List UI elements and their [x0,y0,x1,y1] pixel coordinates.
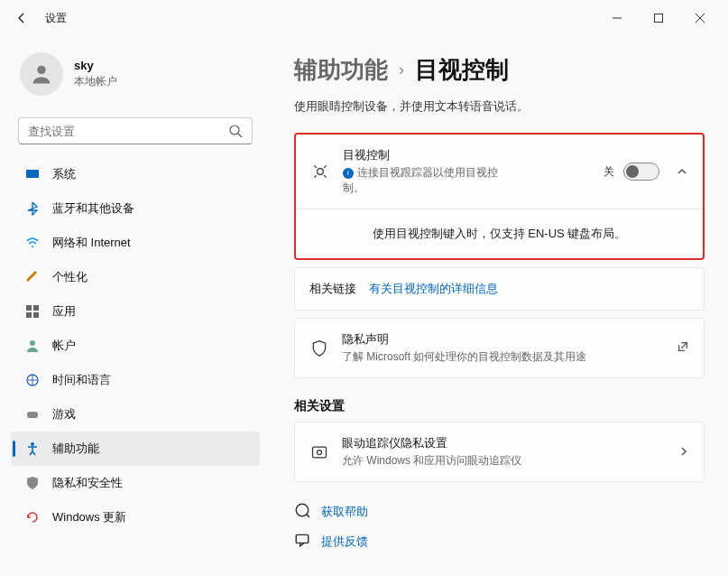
give-feedback-link[interactable]: 提供反馈 [294,532,705,551]
svg-point-9 [30,340,35,346]
feedback-icon [294,532,310,551]
gaming-icon [25,407,40,422]
search-input[interactable] [28,125,228,138]
eye-control-setting-row[interactable]: 目视控制 i连接目视跟踪器以使用目视控制。 关 [296,135,703,209]
shield-outline-icon [309,339,329,358]
page-description: 使用眼睛控制设备，并使用文本转语音说话。 [294,98,705,115]
nav-item-accounts[interactable]: 帐户 [11,329,260,363]
nav-item-network[interactable]: 网络和 Internet [11,226,260,260]
profile[interactable]: sky 本地帐户 [11,45,260,110]
eye-tracker-privacy-card[interactable]: 眼动追踪仪隐私设置 允许 Windows 和应用访问眼动追踪仪 [294,422,705,482]
globe-icon [25,373,40,387]
nav-label: 个性化 [52,269,88,285]
info-icon: i [343,168,354,179]
bluetooth-icon [25,201,40,216]
highlighted-region: 目视控制 i连接目视跟踪器以使用目视控制。 关 使用目视控制键入时，仅 [294,133,705,260]
breadcrumb-parent[interactable]: 辅助功能 [294,54,388,86]
nav-item-bluetooth[interactable]: 蓝牙和其他设备 [11,191,260,226]
eye-tracker-icon [309,442,329,462]
eye-control-title: 目视控制 [343,147,591,163]
chevron-right-icon: › [399,60,404,79]
svg-rect-0 [655,14,663,23]
close-button[interactable] [679,4,721,33]
eye-control-toggle[interactable] [623,163,659,181]
nav-label: 网络和 Internet [52,235,131,251]
nav-item-privacy[interactable]: 隐私和安全性 [11,466,260,500]
shield-icon [25,476,40,490]
svg-rect-17 [296,534,309,543]
chevron-up-icon [677,166,687,177]
minimize-icon [612,13,622,23]
related-links-label: 相关链接 [309,281,356,297]
nav-item-accessibility[interactable]: 辅助功能 [11,432,260,466]
brush-icon [25,270,40,284]
svg-point-15 [318,450,322,454]
user-account-type: 本地帐户 [74,74,117,89]
page-title: 目视控制 [415,54,509,86]
svg-rect-8 [33,312,39,318]
related-links-row: 相关链接 有关目视控制的详细信息 [294,267,705,311]
maximize-icon [653,13,664,23]
svg-rect-3 [26,170,39,178]
open-external-icon [677,340,689,357]
wifi-icon [25,236,40,250]
search-box[interactable] [18,117,253,144]
maximize-button[interactable] [638,4,679,33]
nav-item-windows-update[interactable]: Windows 更新 [11,500,260,534]
chevron-right-icon [678,444,689,460]
nav-label: 系统 [52,166,76,182]
svg-rect-7 [26,312,32,318]
avatar [20,52,63,96]
nav-list: 系统 蓝牙和其他设备 网络和 Internet 个性化 应用 帐户 [11,157,260,534]
svg-rect-5 [26,305,32,311]
svg-rect-6 [33,305,39,311]
svg-point-12 [31,442,34,446]
help-icon [294,502,310,521]
expand-button[interactable] [676,165,688,178]
nav-label: 时间和语言 [52,372,111,388]
nav-label: 帐户 [52,338,76,354]
related-settings-heading: 相关设置 [294,398,705,414]
get-help-link[interactable]: 获取帮助 [294,502,705,521]
search-icon [228,124,243,138]
svg-rect-11 [27,412,38,418]
content-area: 辅助功能 › 目视控制 使用眼睛控制设备，并使用文本转语音说话。 目视控制 i连… [271,36,728,576]
privacy-title: 隐私声明 [342,331,664,348]
nav-label: 隐私和安全性 [52,475,123,491]
minimize-button[interactable] [596,4,638,33]
person-icon [29,61,54,87]
apps-icon [25,304,40,319]
nav-item-apps[interactable]: 应用 [11,294,260,329]
svg-rect-14 [313,447,327,458]
eye-tracker-subtitle: 允许 Windows 和应用访问眼动追踪仪 [342,453,666,469]
privacy-statement-card[interactable]: 隐私声明 了解 Microsoft 如何处理你的目视控制数据及其用途 [294,318,705,378]
window-title: 设置 [45,11,67,26]
account-icon [25,339,40,353]
update-icon [25,510,40,525]
back-button[interactable] [7,4,36,33]
nav-label: 应用 [52,303,76,320]
system-icon [25,167,40,181]
nav-item-system[interactable]: 系统 [11,157,260,191]
nav-item-personalization[interactable]: 个性化 [11,260,260,294]
nav-item-gaming[interactable]: 游戏 [11,397,260,432]
keyboard-layout-note: 使用目视控制键入时，仅支持 EN-US 键盘布局。 [296,209,703,258]
arrow-left-icon [14,11,29,25]
close-icon [695,13,705,23]
eye-control-icon [310,162,330,181]
nav-label: Windows 更新 [52,509,126,525]
svg-point-2 [230,125,239,135]
accessibility-icon [25,441,40,456]
user-name: sky [74,59,117,72]
sidebar: sky 本地帐户 系统 蓝牙和其他设备 网络和 Internet [0,36,271,576]
eye-tracker-title: 眼动追踪仪隐私设置 [342,435,666,451]
nav-label: 游戏 [52,406,76,423]
nav-label: 辅助功能 [52,441,99,457]
eye-control-subtitle: 连接目视跟踪器以使用目视控制。 [343,166,498,194]
privacy-subtitle: 了解 Microsoft 如何处理你的目视控制数据及其用途 [342,349,664,365]
svg-point-13 [318,169,324,175]
eye-control-info-link[interactable]: 有关目视控制的详细信息 [369,281,498,297]
breadcrumb: 辅助功能 › 目视控制 [294,54,705,86]
toggle-state-label: 关 [604,164,614,180]
nav-item-time-language[interactable]: 时间和语言 [11,363,260,397]
